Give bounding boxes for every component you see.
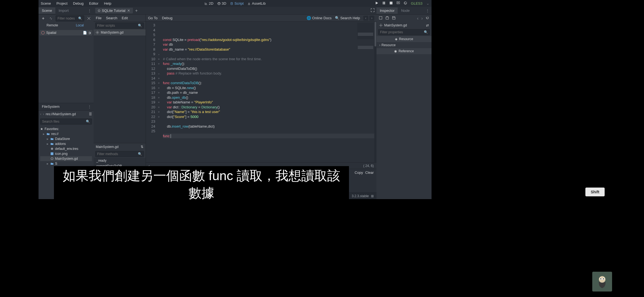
filter-scripts-input[interactable]: 🔍 — [95, 23, 144, 29]
category-resource[interactable]: ◈Resource — [376, 36, 432, 42]
editor-tab[interactable]: SQLite Tutorial ✕ — [95, 8, 133, 13]
resource-icon: ◈ — [395, 37, 397, 41]
search-files-input[interactable]: 🔍 — [40, 119, 92, 125]
stop-button[interactable] — [389, 1, 393, 6]
script-attached-icon[interactable]: 📄 — [83, 31, 87, 35]
save-resource-icon[interactable] — [392, 16, 396, 21]
fs-item[interactable]: ▸DataStore — [40, 136, 92, 141]
workspace-3d[interactable]: 3D — [217, 1, 226, 6]
svg-point-8 — [97, 32, 98, 33]
play-button[interactable] — [375, 1, 378, 6]
gear-icon — [379, 24, 383, 27]
video-subtitle: 如果我們創建另一個函數 func 讀取，我想讀取該數據 — [54, 166, 349, 203]
spatial-icon — [41, 31, 45, 34]
script-menu-right: Go To Debug 🌐 Online Docs 🔍 Search Help … — [146, 15, 376, 22]
scene-panel-menu-icon[interactable]: ⋮ — [86, 9, 94, 13]
search-help-link[interactable]: 🔍 Search Help — [335, 16, 360, 20]
code-scrollbar[interactable] — [374, 22, 376, 162]
section-resource[interactable]: ›Resource — [376, 42, 432, 48]
editor-tabs: SQLite Tutorial ✕ + — [94, 7, 376, 15]
category-reference[interactable]: ◉Reference — [376, 48, 432, 54]
search-icon: 🔍 — [335, 16, 339, 20]
workspace-script[interactable]: Script — [230, 1, 244, 6]
history-fwd-icon[interactable]: › — [421, 16, 423, 21]
fs-item[interactable]: MainSystem.gd — [40, 156, 92, 161]
pause-button[interactable] — [382, 1, 386, 6]
script-menu-goto[interactable]: Go To — [148, 16, 157, 20]
new-resource-icon[interactable] — [379, 16, 383, 21]
search-icon: 🔍 — [86, 120, 90, 123]
fs-item[interactable]: default_env.tres — [40, 146, 92, 151]
filter-nodes-input[interactable]: 🔍 — [56, 15, 84, 21]
search-icon: 🔍 — [78, 16, 82, 20]
tab-inspector[interactable]: Inspector — [376, 7, 398, 14]
renderer-label[interactable]: GLES3 — [411, 1, 422, 6]
history-back-icon[interactable]: ‹ — [417, 16, 418, 21]
menu-debug[interactable]: Debug — [73, 1, 83, 6]
fs-view-icon[interactable]: ☰ — [89, 112, 92, 116]
close-tab-icon[interactable]: ✕ — [127, 9, 130, 13]
filesystem-menu-icon[interactable]: ⋮ — [86, 105, 94, 109]
filter-properties-input[interactable]: 🔍 — [378, 29, 430, 35]
filter-methods-input[interactable]: 🔍 — [95, 151, 144, 157]
svg-point-15 — [603, 278, 604, 279]
caret-icon: ▸ — [47, 162, 49, 166]
clear-button[interactable]: Clear — [365, 170, 374, 175]
remote-tab[interactable]: Remote — [39, 22, 66, 29]
fs-item[interactable]: ▸res:// — [40, 131, 92, 136]
scene-panel-header: Scene Import ⋮ — [39, 7, 94, 15]
inspector-menu-icon[interactable]: ⋮ — [424, 9, 432, 13]
workspace-assetlib[interactable]: AssetLib — [247, 1, 266, 6]
distraction-free-icon[interactable] — [370, 8, 375, 13]
menu-scene[interactable]: Scene — [41, 1, 51, 6]
methods-sort-icon[interactable]: ⇅ — [141, 145, 143, 149]
nav-back-icon[interactable]: ‹ — [363, 16, 368, 21]
fs-item[interactable]: ▸addons — [40, 141, 92, 146]
script-menu-search[interactable]: Search — [106, 16, 117, 20]
fs-item[interactable]: ▸S — [40, 161, 92, 166]
fs-fwd-icon[interactable]: › — [43, 112, 44, 116]
fs-back-icon[interactable]: ‹ — [40, 112, 41, 116]
open-script-item[interactable]: MainSystem.gd — [94, 29, 146, 35]
nav-fwd-icon[interactable]: › — [369, 16, 374, 21]
play-custom-button[interactable] — [404, 1, 407, 6]
minimap[interactable] — [357, 23, 374, 39]
fs-item[interactable]: icon.png — [40, 151, 92, 156]
menu-help[interactable]: Help — [104, 1, 111, 6]
visibility-icon[interactable]: ◑ — [88, 31, 91, 35]
caret-icon: ▸ — [47, 137, 49, 141]
method-item[interactable]: _ready — [94, 158, 146, 163]
load-resource-icon[interactable] — [385, 16, 389, 21]
tab-scene[interactable]: Scene — [39, 7, 55, 14]
history-icon[interactable] — [425, 16, 429, 21]
online-docs-link[interactable]: 🌐 Online Docs — [307, 16, 331, 20]
scene-tree: Spatial 📄◑ — [39, 29, 94, 103]
tab-node[interactable]: Node — [398, 7, 413, 14]
menu-project[interactable]: Project — [56, 1, 67, 6]
tab-import[interactable]: Import — [55, 7, 72, 14]
caret-icon: ▸ — [43, 132, 45, 136]
scene-extra-icon[interactable] — [86, 15, 92, 21]
script-menu-file[interactable]: File — [96, 16, 102, 20]
menu-editor[interactable]: Editor — [89, 1, 99, 6]
scene-tree-root[interactable]: Spatial 📄◑ — [40, 30, 92, 35]
object-menu-icon[interactable]: ⇄ — [426, 23, 429, 27]
link-icon[interactable] — [48, 15, 54, 21]
layout-icon[interactable]: ⊞ — [371, 194, 374, 198]
favorites-row[interactable]: ★Favorites: — [40, 127, 92, 131]
svg-rect-0 — [383, 2, 384, 4]
script-menu-debug[interactable]: Debug — [162, 16, 172, 20]
inspector-object-row[interactable]: MainSystem.gd ⇄ — [376, 22, 432, 28]
renderer-dropdown-icon[interactable]: ⌄ — [426, 1, 429, 6]
code-editor[interactable]: 345678910111213141516171819202122232425 … — [146, 22, 376, 162]
presenter-avatar — [592, 272, 612, 292]
play-scene-button[interactable] — [397, 1, 400, 6]
local-tab[interactable]: Local — [66, 22, 94, 29]
copy-button[interactable]: Copy — [355, 170, 363, 175]
methods-header: MainSystem.gd ⇅ — [94, 143, 146, 150]
code-area[interactable]: const SQLite = preload("res://addons/god… — [161, 22, 376, 162]
script-menu-edit[interactable]: Edit — [122, 16, 128, 20]
new-tab-icon[interactable]: + — [135, 8, 138, 13]
workspace-2d[interactable]: 2D — [204, 1, 214, 6]
add-node-icon[interactable]: + — [40, 15, 46, 21]
